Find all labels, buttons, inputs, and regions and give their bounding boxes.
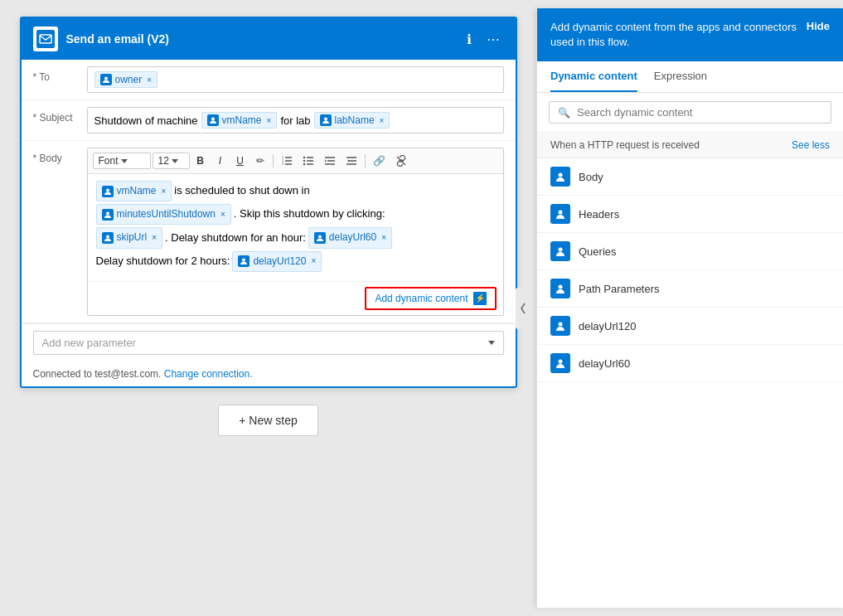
- italic-button[interactable]: I: [211, 152, 230, 170]
- tab-dynamic-content-label: Dynamic content: [550, 70, 637, 82]
- link-button[interactable]: 🔗: [369, 152, 390, 170]
- body-vmname-remove[interactable]: ×: [162, 185, 167, 198]
- tab-expression-label: Expression: [654, 70, 707, 82]
- font-select[interactable]: Font: [93, 153, 151, 169]
- indent-button[interactable]: [320, 152, 340, 170]
- subject-vmname-label: vmName: [222, 114, 262, 126]
- search-box: 🔍: [549, 101, 831, 124]
- svg-point-14: [303, 160, 304, 162]
- add-param-select[interactable]: Add new parameter: [33, 331, 504, 355]
- panel-collapse-arrow[interactable]: [516, 288, 531, 329]
- body-tag-vmname: vmName ×: [96, 181, 172, 201]
- dynamic-item-headers-label: Headers: [579, 208, 619, 221]
- body-line-2: minutesUntilShutdown × . Skip this shutd…: [96, 204, 495, 225]
- body-delay120-remove[interactable]: ×: [311, 255, 316, 268]
- see-less-button[interactable]: See less: [792, 139, 830, 151]
- body-line-3: skipUrl × . Delay shutdown for an hour:: [96, 227, 495, 271]
- fontsize-select[interactable]: 12: [153, 153, 190, 169]
- header-left: Send an email (V2): [33, 27, 169, 51]
- to-tag-remove[interactable]: ×: [147, 75, 152, 85]
- add-param-chevron: [488, 341, 495, 345]
- add-dynamic-button[interactable]: Add dynamic content ⚡: [365, 287, 496, 310]
- body-delay60-label: delayUrl60: [329, 230, 376, 245]
- subject-vmname-remove[interactable]: ×: [267, 116, 272, 125]
- subject-field[interactable]: Shutdown of machine vmName × for lab: [87, 107, 504, 133]
- dynamic-item-delayurl120[interactable]: delayUrl120: [537, 308, 843, 345]
- dynamic-item-queries[interactable]: Queries: [537, 233, 843, 270]
- new-step-button[interactable]: + New step: [218, 405, 317, 436]
- add-dynamic-label: Add dynamic content: [375, 293, 468, 304]
- subject-label: * Subject: [33, 107, 79, 124]
- body-vmname-label: vmName: [117, 183, 157, 199]
- unordered-list-button[interactable]: [298, 152, 318, 170]
- body-minutes-label: minutesUntilShutdown: [117, 206, 216, 222]
- body-tag-vmname-icon: [102, 186, 114, 197]
- svg-point-23: [106, 188, 109, 192]
- search-input[interactable]: [577, 106, 822, 119]
- svg-point-30: [559, 248, 563, 252]
- add-dynamic-icon: ⚡: [473, 292, 487, 305]
- body-editor[interactable]: Font 12 B I U ✏: [87, 148, 504, 316]
- svg-line-22: [397, 157, 405, 165]
- connection-text: Connected to test@test.com.: [33, 368, 162, 380]
- subject-labname-remove[interactable]: ×: [380, 116, 385, 125]
- underline-button[interactable]: U: [231, 152, 250, 170]
- svg-point-25: [106, 235, 109, 238]
- tab-expression[interactable]: Expression: [654, 61, 707, 92]
- change-connection-link[interactable]: Change connection.: [164, 368, 253, 380]
- body-delay60-remove[interactable]: ×: [381, 231, 386, 245]
- subject-text-2: for lab: [280, 114, 310, 127]
- dynamic-item-path-params-icon: [550, 279, 570, 298]
- pen-button[interactable]: ✏: [251, 152, 269, 170]
- fontsize-label: 12: [158, 155, 169, 167]
- body-text-delay: . Delay shutdown for an hour:: [165, 230, 306, 247]
- card-header: Send an email (V2) ℹ ⋯: [22, 18, 516, 60]
- svg-point-31: [559, 285, 563, 289]
- body-skipurl-label: skipUrl: [117, 230, 148, 245]
- ordered-list-button[interactable]: 1 2 3: [277, 152, 297, 170]
- to-field[interactable]: owner ×: [87, 66, 504, 93]
- section-title: When a HTTP request is received: [550, 139, 700, 151]
- body-text-delay2h: Delay shutdown for 2 hours:: [96, 253, 230, 270]
- info-button[interactable]: ℹ: [463, 30, 476, 49]
- body-delay120-label: delayUrl120: [253, 254, 306, 269]
- dynamic-item-path-params[interactable]: Path Parameters: [537, 270, 843, 308]
- panel-header-text: Add dynamic content from the apps and co…: [550, 20, 798, 50]
- tag-icon-labname: [320, 114, 332, 126]
- tab-dynamic-content[interactable]: Dynamic content: [550, 61, 637, 92]
- svg-point-15: [303, 163, 304, 165]
- subject-text-1: Shutdown of machine: [94, 114, 198, 127]
- more-button[interactable]: ⋯: [482, 30, 504, 49]
- body-tag-delay60-icon: [314, 232, 326, 244]
- body-text-scheduled: is scheduled to shut down in: [174, 182, 309, 200]
- svg-point-24: [106, 211, 109, 215]
- header-actions: ℹ ⋯: [463, 30, 504, 49]
- dynamic-item-delayurl60[interactable]: delayUrl60: [537, 345, 843, 382]
- bold-button[interactable]: B: [191, 152, 210, 170]
- email-card: Send an email (V2) ℹ ⋯ * To: [20, 17, 517, 388]
- dynamic-item-queries-icon: [550, 241, 570, 261]
- dynamic-item-delayurl120-icon: [550, 316, 570, 336]
- svg-point-2: [211, 118, 215, 121]
- dynamic-item-body[interactable]: Body: [537, 158, 843, 196]
- editor-toolbar: Font 12 B I U ✏: [88, 148, 503, 174]
- body-minutes-remove[interactable]: ×: [220, 208, 225, 221]
- subject-labname-label: labName: [335, 114, 375, 126]
- dynamic-item-headers[interactable]: Headers: [537, 196, 843, 233]
- add-dynamic-row: Add dynamic content ⚡: [88, 281, 503, 315]
- subject-row: * Subject Shutdown of machine vmName ×: [22, 100, 516, 141]
- dynamic-item-body-icon: [550, 167, 570, 187]
- add-param-placeholder: Add new parameter: [42, 337, 136, 349]
- svg-point-26: [318, 235, 322, 238]
- panel-hide-button[interactable]: Hide: [798, 20, 830, 32]
- unlink-button[interactable]: [391, 152, 411, 170]
- editor-content[interactable]: vmName × is scheduled to shut down in: [88, 174, 503, 281]
- search-icon: 🔍: [558, 107, 570, 119]
- fontsize-chevron: [172, 159, 178, 163]
- font-label: Font: [99, 155, 119, 167]
- svg-point-1: [104, 77, 108, 80]
- outdent-button[interactable]: [342, 152, 361, 170]
- svg-point-33: [559, 360, 563, 364]
- to-tag-label: owner: [115, 74, 143, 85]
- body-skipurl-remove[interactable]: ×: [152, 231, 157, 245]
